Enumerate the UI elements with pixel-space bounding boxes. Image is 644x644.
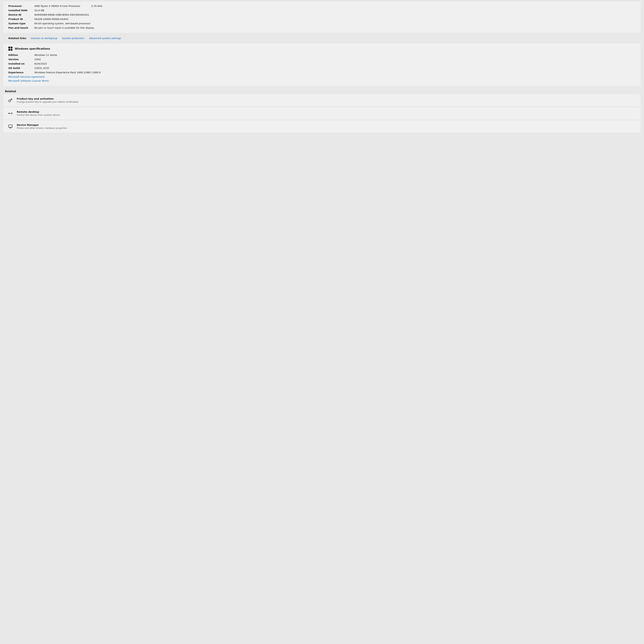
remote-desktop-title: Remote desktop xyxy=(17,111,60,113)
windows-tile-2 xyxy=(11,47,13,48)
os-build-row: OS build 22631.3235 xyxy=(8,67,636,69)
experience-label: Experience xyxy=(8,71,34,74)
installed-on-value: 6/24/2023 xyxy=(34,62,47,65)
pen-touch-value: No pen or touch input is available for t… xyxy=(34,26,636,29)
experience-row: Experience Windows Feature Experience Pa… xyxy=(8,71,636,74)
system-type-label: System type xyxy=(8,22,34,25)
device-manager-desc: Printer and other drivers, hardware prop… xyxy=(17,127,67,129)
svg-rect-2 xyxy=(9,125,12,127)
windows-specs-title: Windows specifications xyxy=(15,47,50,50)
windows-specs-section: Windows specifications Edition Windows 1… xyxy=(3,44,641,86)
edition-row: Edition Windows 11 Home xyxy=(8,54,636,56)
edition-label: Edition xyxy=(8,54,34,56)
device-id-value: 6A94D089-68AB-43B0-B564-295C8044D1D1 xyxy=(34,13,636,16)
ram-row: Installed RAM 32.0 GB xyxy=(8,9,636,12)
device-specs-section: Processor AMD Ryzen 5 5600X 6-Core Proce… xyxy=(3,2,641,33)
remote-desktop-text: Remote desktop Control this device from … xyxy=(17,111,60,116)
page-wrapper: Processor AMD Ryzen 5 5600X 6-Core Proce… xyxy=(0,0,644,135)
remote-desktop-desc: Control this device from another device xyxy=(17,114,60,116)
related-section-header: Related xyxy=(0,87,644,94)
key-icon xyxy=(7,97,13,103)
processor-row: Processor AMD Ryzen 5 5600X 6-Core Proce… xyxy=(8,5,636,7)
device-manager-title: Device Manager xyxy=(17,124,67,126)
version-value: 23H2 xyxy=(34,58,41,61)
experience-value: Windows Feature Experience Pack 1000.226… xyxy=(34,71,101,74)
system-protection-link[interactable]: System protection xyxy=(62,37,84,40)
device-manager-text: Device Manager Printer and other drivers… xyxy=(17,124,67,129)
product-key-text: Product key and activation Change produc… xyxy=(17,97,78,103)
product-key-item[interactable]: Product key and activation Change produc… xyxy=(3,94,641,106)
pen-touch-label: Pen and touch xyxy=(8,26,34,29)
os-build-value: 22631.3235 xyxy=(34,67,49,69)
ram-value: 32.0 GB xyxy=(34,9,636,12)
product-id-label: Product ID xyxy=(8,18,34,20)
installed-on-row: Installed on 6/24/2023 xyxy=(8,62,636,65)
remote-desktop-icon xyxy=(7,110,13,116)
processor-label: Processor xyxy=(8,5,34,7)
installed-on-label: Installed on xyxy=(8,62,34,65)
device-manager-icon xyxy=(7,123,13,129)
related-links-bar: Related links Domain or workgroup System… xyxy=(3,34,641,42)
windows-logo-icon xyxy=(8,47,12,51)
remote-desktop-item[interactable]: Remote desktop Control this device from … xyxy=(3,107,641,119)
ram-label: Installed RAM xyxy=(8,9,34,12)
system-type-row: System type 64-bit operating system, x64… xyxy=(8,22,636,25)
os-build-label: OS build xyxy=(8,67,34,69)
windows-tile-4 xyxy=(11,49,13,51)
version-row: Version 23H2 xyxy=(8,58,636,61)
domain-workgroup-link[interactable]: Domain or workgroup xyxy=(31,37,57,40)
product-id-value: 00326-10000-00000-AA403 xyxy=(34,18,636,20)
product-key-desc: Change product key or upgrade your editi… xyxy=(17,101,78,103)
device-manager-item[interactable]: Device Manager Printer and other drivers… xyxy=(3,120,641,132)
related-links-label: Related links xyxy=(8,37,26,40)
product-id-row: Product ID 00326-10000-00000-AA403 xyxy=(8,18,636,20)
microsoft-services-agreement-link[interactable]: Microsoft Services Agreement xyxy=(8,75,636,78)
advanced-system-settings-link[interactable]: Advanced system settings xyxy=(89,37,121,40)
windows-tile-1 xyxy=(8,47,10,48)
device-id-label: Device ID xyxy=(8,13,34,16)
pen-touch-row: Pen and touch No pen or touch input is a… xyxy=(8,26,636,29)
device-id-row: Device ID 6A94D089-68AB-43B0-B564-295C80… xyxy=(8,13,636,16)
product-key-title: Product key and activation xyxy=(17,97,78,100)
windows-specs-header: Windows specifications xyxy=(8,47,636,51)
windows-tile-3 xyxy=(8,49,10,51)
system-type-value: 64-bit operating system, x64-based proce… xyxy=(34,22,636,25)
processor-value: AMD Ryzen 5 5600X 6-Core Processor 3.70 … xyxy=(34,5,636,7)
edition-value: Windows 11 Home xyxy=(34,54,57,56)
version-label: Version xyxy=(8,58,34,61)
microsoft-software-license-link[interactable]: Microsoft Software License Terms xyxy=(8,79,636,82)
